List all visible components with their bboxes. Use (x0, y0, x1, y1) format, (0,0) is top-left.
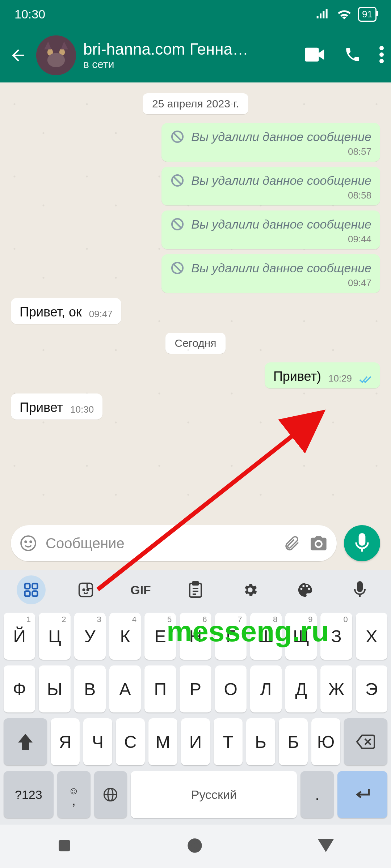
svg-line-14 (174, 264, 181, 272)
key-Е[interactable]: Е5 (144, 613, 176, 660)
nav-back-button[interactable] (318, 839, 334, 854)
battery-indicator: 91 (358, 7, 377, 22)
shift-key[interactable] (4, 718, 47, 765)
svg-point-15 (21, 536, 35, 550)
message-deleted-out[interactable]: Вы удалили данное сообщение 08:57 (161, 123, 380, 162)
key-З[interactable]: З0 (320, 613, 352, 660)
key-У[interactable]: У3 (74, 613, 106, 660)
language-key[interactable] (94, 771, 127, 818)
kb-mic-button[interactable] (345, 575, 374, 604)
key-Я[interactable]: Я (51, 718, 80, 765)
key-А[interactable]: А (109, 665, 141, 712)
keyboard-toolbar: GIF (0, 570, 391, 610)
prohibited-icon (170, 173, 185, 188)
key-Ю[interactable]: Ю (311, 718, 340, 765)
key-Т[interactable]: Т (214, 718, 243, 765)
keyboard-row-1: Й1Ц2У3К4Е5Н6Г7Ш8Щ9З0Х (0, 610, 391, 663)
enter-key[interactable] (337, 771, 387, 818)
kb-gif-button[interactable]: GIF (126, 575, 155, 604)
message-text: Привет (20, 400, 63, 415)
signal-icon (316, 8, 331, 20)
key-Р[interactable]: Р (180, 665, 211, 712)
key-И[interactable]: И (181, 718, 210, 765)
svg-point-5 (379, 52, 384, 57)
composer-bar: Сообщение (0, 520, 391, 570)
date-separator: Сегодня (165, 333, 226, 354)
message-input[interactable]: Сообщение (46, 535, 274, 552)
svg-rect-21 (32, 591, 37, 596)
key-В[interactable]: В (74, 665, 106, 712)
svg-line-8 (174, 133, 181, 140)
key-Ь[interactable]: Ь (246, 718, 275, 765)
contact-avatar[interactable] (36, 35, 76, 75)
backspace-key[interactable] (344, 718, 387, 765)
emoji-icon[interactable] (20, 535, 37, 552)
key-Г[interactable]: Г7 (215, 613, 247, 660)
back-button[interactable] (7, 44, 29, 66)
svg-point-4 (379, 46, 384, 50)
emoji-key[interactable]: ☺, (57, 771, 91, 818)
key-Д[interactable]: Д (285, 665, 317, 712)
key-Ф[interactable]: Ф (4, 665, 35, 712)
kb-settings-button[interactable] (236, 575, 265, 604)
chat-area[interactable]: 25 апреля 2023 г. Вы удалили данное сооб… (0, 82, 391, 520)
svg-point-6 (379, 59, 384, 63)
key-Й[interactable]: Й1 (4, 613, 35, 660)
camera-icon[interactable] (309, 535, 328, 552)
key-С[interactable]: С (116, 718, 145, 765)
keyboard-row-3: ЯЧСМИТЬБЮ (0, 715, 391, 768)
message-in[interactable]: Привет, ок 09:47 (11, 298, 121, 324)
status-indicators: 91 (316, 7, 377, 22)
prohibited-icon (170, 217, 185, 231)
message-out[interactable]: Привет) 10:29 (265, 362, 380, 388)
video-call-button[interactable] (305, 47, 326, 64)
kb-clipboard-button[interactable] (181, 575, 210, 604)
kb-sticker-button[interactable] (71, 575, 100, 604)
message-deleted-out[interactable]: Вы удалили данное сообщение 09:47 (161, 254, 380, 293)
period-key[interactable]: . (300, 771, 334, 818)
nav-home-button[interactable] (186, 837, 203, 855)
key-О[interactable]: О (215, 665, 247, 712)
svg-point-37 (192, 843, 197, 848)
deleted-message-text: Вы удалили данное сообщение (191, 174, 371, 188)
voice-call-button[interactable] (344, 46, 361, 65)
deleted-message-text: Вы удалили данное сообщение (191, 217, 371, 231)
prohibited-icon (170, 129, 185, 144)
key-Х[interactable]: Х (356, 613, 387, 660)
message-deleted-out[interactable]: Вы удалили данное сообщение 08:58 (161, 167, 380, 205)
kb-palette-button[interactable] (291, 575, 320, 604)
deleted-message-text: Вы удалили данное сообщение (191, 130, 371, 144)
kb-menu-button[interactable] (17, 575, 46, 604)
key-Э[interactable]: Э (356, 665, 387, 712)
key-Ч[interactable]: Ч (83, 718, 112, 765)
svg-point-17 (30, 541, 31, 542)
contact-status: в сети (83, 58, 290, 71)
key-Б[interactable]: Б (279, 718, 308, 765)
key-Щ[interactable]: Щ9 (285, 613, 317, 660)
wifi-icon (336, 8, 352, 21)
keyboard-row-4: ?123 ☺, Русский . (0, 768, 391, 821)
key-Ц[interactable]: Ц2 (39, 613, 70, 660)
key-Ы[interactable]: Ы (39, 665, 70, 712)
message-in[interactable]: Привет 10:30 (11, 393, 102, 420)
key-Ж[interactable]: Ж (320, 665, 352, 712)
read-ticks-icon (359, 375, 371, 384)
more-options-button[interactable] (379, 46, 384, 65)
keyboard: GIF Й1Ц2У3К4Е5Н6Г7Ш8Щ9З0Х ФЫВАПРОЛДЖЭ ЯЧ… (0, 570, 391, 825)
key-М[interactable]: М (148, 718, 177, 765)
key-К[interactable]: К4 (109, 613, 141, 660)
nav-recent-button[interactable] (57, 838, 72, 854)
contact-info[interactable]: bri-hanna.com Генна… в сети (83, 40, 290, 71)
message-time: 08:57 (348, 146, 371, 157)
space-key[interactable]: Русский (131, 771, 297, 818)
key-Ш[interactable]: Ш8 (250, 613, 282, 660)
voice-record-button[interactable] (344, 525, 380, 561)
numeric-key[interactable]: ?123 (4, 771, 54, 818)
message-input-container: Сообщение (11, 525, 337, 561)
message-deleted-out[interactable]: Вы удалили данное сообщение 09:44 (161, 210, 380, 249)
key-Н[interactable]: Н6 (180, 613, 211, 660)
key-Л[interactable]: Л (250, 665, 282, 712)
contact-name: bri-hanna.com Генна… (83, 40, 290, 58)
attach-icon[interactable] (283, 535, 300, 552)
key-П[interactable]: П (144, 665, 176, 712)
